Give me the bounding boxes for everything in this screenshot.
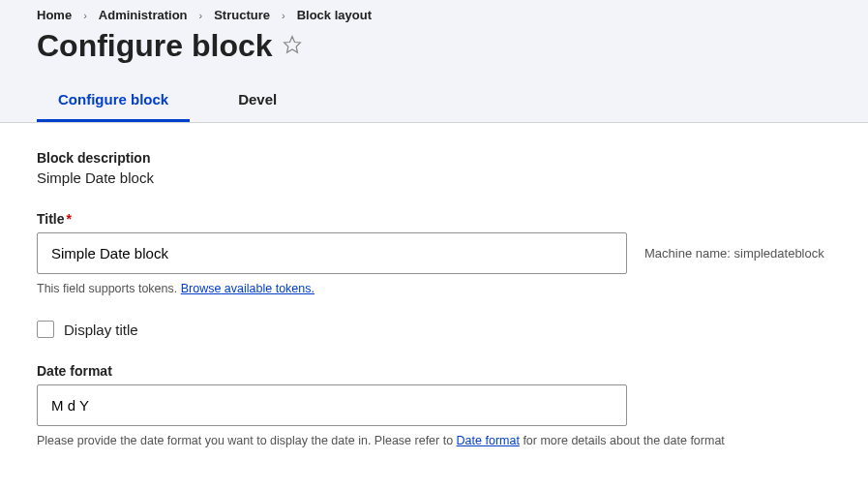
title-input[interactable] [37, 232, 627, 274]
tab-configure-block[interactable]: Configure block [37, 81, 190, 122]
block-description-label: Block description [37, 150, 831, 166]
breadcrumb-administration[interactable]: Administration [99, 8, 188, 22]
machine-name-display: Machine name: simpledateblock [644, 246, 824, 261]
tab-devel[interactable]: Devel [217, 81, 298, 122]
breadcrumb-structure[interactable]: Structure [214, 8, 270, 22]
svg-marker-0 [284, 37, 300, 53]
date-format-help-text: Please provide the date format you want … [37, 434, 831, 447]
date-format-link[interactable]: Date format [457, 434, 520, 447]
display-title-label: Display title [64, 322, 138, 338]
chevron-right-icon: › [199, 10, 203, 21]
breadcrumb-home[interactable]: Home [37, 8, 72, 22]
browse-tokens-link[interactable]: Browse available tokens. [181, 282, 314, 295]
date-format-label: Date format [37, 363, 831, 379]
title-help-text: This field supports tokens. Browse avail… [37, 282, 831, 295]
tabs: Configure block Devel [37, 81, 831, 122]
star-icon[interactable] [283, 35, 302, 57]
chevron-right-icon: › [282, 10, 285, 21]
title-label: Title* [37, 211, 831, 227]
page-title: Configure block [37, 28, 273, 64]
date-format-input[interactable] [37, 384, 627, 426]
display-title-checkbox[interactable] [37, 321, 54, 338]
breadcrumb-block-layout[interactable]: Block layout [297, 8, 372, 22]
breadcrumb: Home › Administration › Structure › Bloc… [37, 8, 831, 26]
block-description-value: Simple Date block [37, 169, 831, 186]
required-indicator: * [67, 211, 72, 227]
chevron-right-icon: › [83, 10, 87, 21]
